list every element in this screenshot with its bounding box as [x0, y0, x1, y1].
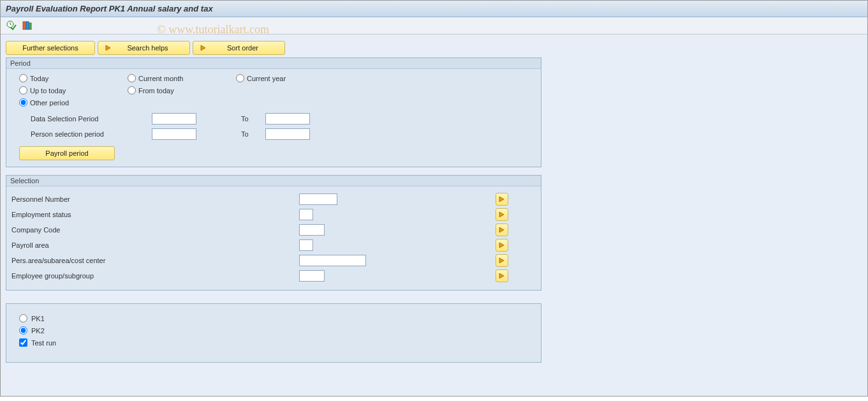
radio-pk1[interactable]: PK1 [19, 314, 534, 322]
period-panel: Period Today Current month Current year [6, 57, 541, 167]
payroll-period-label: Payroll period [45, 149, 88, 157]
options-panel-body: PK1 PK2 Test run [6, 304, 541, 362]
further-selections-label: Further selections [22, 44, 78, 52]
checkbox-test-run-input[interactable] [19, 338, 27, 347]
person-selection-from-input[interactable] [152, 128, 196, 140]
arrow-right-icon [498, 226, 506, 234]
radio-pk2-input[interactable] [19, 326, 27, 335]
app-toolbar [1, 17, 867, 34]
pernr-label: Personnel Number [11, 192, 299, 207]
main-area: Further selections Search helps Sort ord… [1, 34, 867, 396]
payroll-area-input[interactable] [299, 239, 313, 251]
checkbox-test-run[interactable]: Test run [19, 338, 534, 347]
pers-area-row: Pers.area/subarea/cost center [11, 253, 534, 268]
emp-group-input[interactable] [299, 270, 325, 282]
arrow-right-icon [498, 272, 506, 280]
payroll-area-label: Payroll area [11, 238, 299, 253]
data-selection-from-input[interactable] [152, 113, 196, 125]
arrow-right-icon [498, 241, 506, 249]
radio-up-to-today-input[interactable] [19, 86, 27, 95]
emp-group-label: Employee group/subgroup [11, 268, 299, 284]
arrow-right-icon [200, 44, 207, 52]
radio-pk1-label: PK1 [31, 315, 45, 322]
page-title-bar: Payroll Evaluation Report PK1 Annual sal… [1, 1, 867, 17]
selection-panel-header: Selection [6, 176, 541, 186]
radio-current-month-input[interactable] [128, 74, 136, 82]
checkbox-test-run-label: Test run [31, 339, 56, 347]
selection-panel: Selection Personnel Number Employment st… [6, 175, 541, 291]
emp-status-row: Employment status [11, 207, 534, 222]
radio-other-period-label: Other period [30, 99, 69, 107]
emp-group-multi-select-button[interactable] [496, 269, 508, 282]
emp-group-row: Employee group/subgroup [11, 268, 534, 284]
arrow-right-icon [498, 257, 506, 264]
emp-status-label: Employment status [11, 207, 299, 222]
radio-current-month-label: Current month [138, 75, 183, 82]
radio-pk2-label: PK2 [31, 327, 45, 335]
person-selection-to-input[interactable] [265, 128, 310, 140]
radio-other-period[interactable]: Other period [19, 98, 128, 107]
payroll-period-button[interactable]: Payroll period [19, 146, 115, 160]
company-code-label: Company Code [11, 222, 299, 238]
radio-today[interactable]: Today [19, 74, 128, 82]
sort-order-label: Sort order [207, 44, 278, 52]
company-code-multi-select-button[interactable] [496, 223, 508, 236]
data-selection-period-label: Data Selection Period [31, 115, 152, 123]
radio-current-month[interactable]: Current month [128, 74, 236, 82]
data-selection-to-input[interactable] [265, 113, 310, 125]
radio-from-today-input[interactable] [128, 86, 136, 95]
radio-other-period-input[interactable] [19, 98, 27, 107]
payroll-area-row: Payroll area [11, 238, 534, 253]
app-window: Payroll Evaluation Report PK1 Annual sal… [0, 0, 868, 397]
svg-rect-1 [23, 22, 26, 29]
sort-order-button[interactable]: Sort order [193, 41, 285, 55]
radio-pk2[interactable]: PK2 [19, 326, 534, 335]
radio-up-to-today-label: Up to today [30, 87, 66, 95]
pers-area-input[interactable] [299, 255, 366, 266]
period-panel-body: Today Current month Current year Up to t… [6, 69, 541, 167]
pernr-input[interactable] [299, 193, 337, 205]
pernr-row: Personnel Number [11, 192, 534, 207]
execute-icon[interactable] [6, 20, 17, 31]
search-helps-label: Search helps [112, 44, 183, 52]
variants-icon[interactable] [21, 20, 33, 31]
payroll-area-multi-select-button[interactable] [496, 239, 508, 252]
person-selection-to-label: To [241, 130, 265, 138]
selection-table: Personnel Number Employment status [11, 192, 534, 284]
radio-from-today-label: From today [138, 87, 174, 95]
pernr-multi-select-button[interactable] [496, 193, 508, 206]
radio-current-year[interactable]: Current year [236, 74, 344, 82]
company-code-input[interactable] [299, 224, 325, 236]
options-panel: PK1 PK2 Test run [6, 303, 541, 363]
person-selection-period-label: Person selection period [31, 130, 152, 138]
radio-pk1-input[interactable] [19, 314, 27, 322]
radio-current-year-label: Current year [247, 75, 286, 82]
radio-current-year-input[interactable] [236, 74, 244, 82]
radio-from-today[interactable]: From today [128, 86, 236, 95]
period-radio-grid: Today Current month Current year Up to t… [19, 74, 534, 107]
selection-panel-body: Personnel Number Employment status [6, 186, 541, 290]
further-selections-button[interactable]: Further selections [6, 41, 95, 55]
data-selection-to-label: To [241, 115, 265, 123]
search-helps-button[interactable]: Search helps [98, 41, 190, 55]
pers-area-label: Pers.area/subarea/cost center [11, 253, 299, 268]
pers-area-multi-select-button[interactable] [496, 254, 508, 267]
page-title: Payroll Evaluation Report PK1 Annual sal… [6, 4, 213, 13]
emp-status-multi-select-button[interactable] [496, 208, 508, 221]
person-selection-period-row: Person selection period To [31, 128, 534, 140]
company-code-row: Company Code [11, 222, 534, 238]
radio-today-input[interactable] [19, 74, 27, 82]
radio-today-label: Today [30, 75, 48, 82]
radio-up-to-today[interactable]: Up to today [19, 86, 128, 95]
emp-status-input[interactable] [299, 209, 313, 220]
data-selection-period-row: Data Selection Period To [31, 113, 534, 125]
arrow-right-icon [105, 44, 112, 52]
selection-buttons-row: Further selections Search helps Sort ord… [6, 41, 862, 55]
period-panel-header: Period [6, 58, 541, 69]
svg-rect-3 [29, 23, 31, 29]
svg-rect-2 [26, 22, 29, 29]
arrow-right-icon [498, 195, 506, 203]
arrow-right-icon [498, 211, 506, 218]
